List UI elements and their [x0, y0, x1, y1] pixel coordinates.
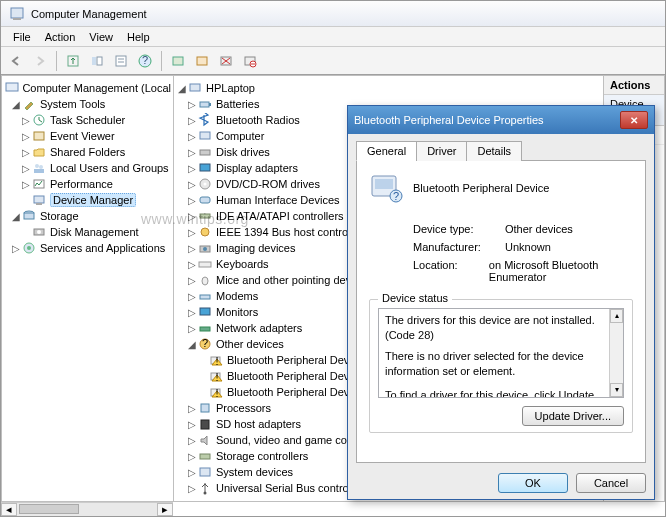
dvd-icon	[197, 176, 213, 192]
svg-text:?: ?	[393, 190, 399, 202]
tab-row: General Driver Details	[356, 140, 646, 161]
back-button[interactable]	[5, 50, 27, 72]
warn-icon: !	[208, 352, 224, 368]
event-icon	[31, 128, 47, 144]
svg-rect-23	[34, 169, 44, 173]
tree-disk-mgmt[interactable]: Disk Management	[4, 224, 171, 240]
cancel-button[interactable]: Cancel	[576, 473, 646, 493]
tree-services[interactable]: ▷Services and Applications	[4, 240, 171, 256]
dev-root[interactable]: ◢HPLaptop	[176, 80, 601, 96]
value-location: on Microsoft Bluetooth Enumerator	[489, 259, 629, 283]
close-button[interactable]: ✕	[620, 111, 648, 129]
device-status-legend: Device status	[378, 292, 452, 304]
tree-system-tools[interactable]: ◢System Tools	[4, 96, 171, 112]
computer-mgmt-icon	[4, 80, 19, 96]
tree-device-manager[interactable]: Device Manager	[4, 192, 171, 208]
menu-view[interactable]: View	[83, 29, 119, 45]
hid-icon	[197, 192, 213, 208]
scroll-up-arrow[interactable]: ▴	[610, 309, 623, 323]
tab-details[interactable]: Details	[466, 141, 522, 161]
storage-icon	[21, 208, 37, 224]
pc-icon	[197, 128, 213, 144]
svg-rect-46	[199, 262, 211, 267]
value-device-type: Other devices	[505, 223, 573, 235]
uninstall-button[interactable]	[215, 50, 237, 72]
svg-rect-28	[24, 213, 34, 219]
up-button[interactable]	[62, 50, 84, 72]
ok-button[interactable]: OK	[498, 473, 568, 493]
label-manufacturer: Manufacturer:	[413, 241, 505, 253]
device-status-text[interactable]: The drivers for this device are not inst…	[378, 308, 624, 398]
svg-rect-5	[116, 56, 126, 66]
disable-button[interactable]	[239, 50, 261, 72]
tree-storage[interactable]: ◢Storage	[4, 208, 171, 224]
menu-help[interactable]: Help	[121, 29, 156, 45]
device-large-icon: ?	[369, 171, 403, 205]
show-hide-button[interactable]	[86, 50, 108, 72]
network-icon	[197, 320, 213, 336]
tab-driver[interactable]: Driver	[416, 141, 467, 161]
svg-point-21	[35, 164, 39, 168]
svg-rect-49	[200, 308, 210, 315]
svg-rect-37	[200, 150, 210, 155]
help-button[interactable]: ?	[134, 50, 156, 72]
svg-point-43	[201, 228, 209, 236]
menu-action[interactable]: Action	[39, 29, 82, 45]
titlebar: Computer Management	[1, 1, 665, 27]
svg-rect-26	[36, 203, 42, 205]
scan-button[interactable]	[167, 50, 189, 72]
tree-root[interactable]: Computer Management (Local	[4, 80, 171, 96]
cpu-icon	[197, 400, 213, 416]
console-tree-pane: Computer Management (Local ◢System Tools…	[1, 75, 173, 502]
svg-rect-48	[200, 295, 210, 299]
svg-point-45	[203, 247, 207, 251]
svg-rect-60	[201, 420, 209, 429]
svg-rect-38	[200, 164, 210, 171]
system-icon	[197, 464, 213, 480]
menu-file[interactable]: File	[7, 29, 37, 45]
svg-text:!: !	[215, 371, 218, 383]
svg-rect-0	[11, 8, 23, 18]
tree-performance[interactable]: ▷Performance	[4, 176, 171, 192]
ieee-icon	[197, 224, 213, 240]
svg-text:?: ?	[202, 337, 208, 349]
update-button[interactable]	[191, 50, 213, 72]
toolbar: ?	[1, 47, 665, 75]
other-icon: ?	[197, 336, 213, 352]
tree-local-users[interactable]: ▷Local Users and Groups	[4, 160, 171, 176]
update-driver-button[interactable]: Update Driver...	[522, 406, 624, 426]
dialog-titlebar[interactable]: Bluetooth Peripheral Device Properties ✕	[348, 106, 654, 134]
svg-point-63	[204, 492, 207, 495]
app-icon	[9, 6, 25, 22]
battery-icon	[197, 96, 213, 112]
horizontal-scrollbar[interactable]: ◂ ▸	[1, 502, 173, 516]
tab-general[interactable]: General	[356, 141, 417, 161]
scroll-left-arrow[interactable]: ◂	[1, 503, 17, 516]
tree-event-viewer[interactable]: ▷Event Viewer	[4, 128, 171, 144]
svg-rect-59	[201, 404, 209, 412]
sd-icon	[197, 416, 213, 432]
svg-rect-42	[200, 214, 210, 218]
tree-task-scheduler[interactable]: ▷Task Scheduler	[4, 112, 171, 128]
label-location: Location:	[413, 259, 489, 283]
disk-mgmt-icon	[31, 224, 47, 240]
actions-header: Actions	[604, 76, 664, 95]
forward-button[interactable]	[29, 50, 51, 72]
svg-point-32	[27, 246, 31, 250]
scroll-right-arrow[interactable]: ▸	[157, 503, 173, 516]
services-icon	[21, 240, 37, 256]
svg-rect-10	[173, 57, 183, 65]
status-vscroll[interactable]: ▴ ▾	[609, 309, 623, 397]
scroll-thumb[interactable]	[19, 504, 79, 514]
tree-shared-folders[interactable]: ▷Shared Folders	[4, 144, 171, 160]
properties-dialog: Bluetooth Peripheral Device Properties ✕…	[347, 105, 655, 500]
svg-rect-25	[34, 196, 44, 203]
computer-icon	[187, 80, 203, 96]
scroll-down-arrow[interactable]: ▾	[610, 383, 623, 397]
properties-button[interactable]	[110, 50, 132, 72]
usb-icon	[197, 480, 213, 496]
svg-text:!: !	[215, 355, 218, 367]
svg-point-40	[204, 183, 207, 186]
perf-icon	[31, 176, 47, 192]
modem-icon	[197, 288, 213, 304]
